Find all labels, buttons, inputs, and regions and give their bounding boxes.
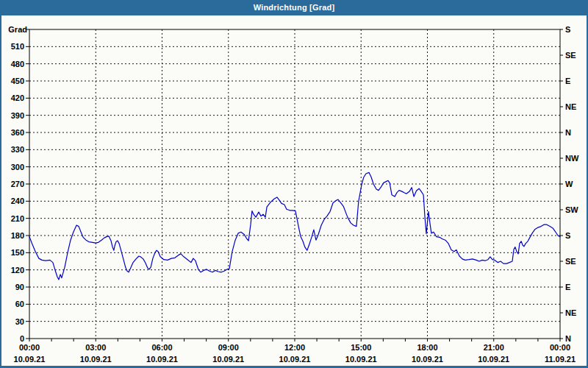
y-right-compass-label: N bbox=[565, 128, 571, 137]
y-left-tick-label: 330 bbox=[11, 145, 24, 154]
app-window: Windrichtung [Grad] 03060901201501802102… bbox=[0, 0, 588, 368]
chart-area: 0306090120150180210240270300330360390420… bbox=[1, 15, 587, 366]
y-left-tick-label: 120 bbox=[11, 266, 24, 275]
x-time-label: 15:00 bbox=[351, 343, 371, 352]
y-left-tick-label: 270 bbox=[11, 180, 24, 188]
y-right-compass-label: E bbox=[565, 283, 570, 291]
window-title: Windrichtung [Grad] bbox=[254, 3, 335, 12]
y-right-compass-label: NW bbox=[565, 154, 579, 163]
x-time-label: 09:00 bbox=[218, 343, 239, 352]
window-titlebar: Windrichtung [Grad] bbox=[0, 0, 588, 15]
y-left-tick-label: 450 bbox=[11, 77, 24, 85]
y-right-compass-label: N bbox=[565, 334, 571, 343]
x-time-label: 03:00 bbox=[85, 343, 106, 352]
x-date-label: 11.09.21 bbox=[545, 355, 576, 364]
y-right-compass-label: W bbox=[565, 180, 573, 188]
y-left-tick-label: 420 bbox=[11, 93, 24, 102]
x-date-label: 10.09.21 bbox=[80, 355, 112, 364]
x-time-label: 21:00 bbox=[484, 343, 504, 352]
x-time-label: 06:00 bbox=[151, 343, 172, 352]
x-date-label: 10.09.21 bbox=[212, 355, 244, 364]
x-date-label: 10.09.21 bbox=[14, 355, 46, 364]
x-time-label: 00:00 bbox=[19, 343, 40, 352]
x-date-label: 10.09.21 bbox=[345, 355, 377, 364]
y-left-tick-label: 0 bbox=[20, 334, 24, 343]
x-date-label: 10.09.21 bbox=[146, 355, 178, 364]
x-time-label: 18:00 bbox=[417, 343, 437, 352]
y-left-tick-label: 210 bbox=[11, 214, 24, 223]
x-date-label: 10.09.21 bbox=[478, 355, 509, 364]
x-date-label: 10.09.21 bbox=[412, 355, 443, 364]
x-date-label: 10.09.21 bbox=[279, 355, 311, 364]
y-left-tick-label: 180 bbox=[11, 231, 24, 240]
y-right-compass-label: NE bbox=[565, 308, 576, 317]
x-time-label: 12:00 bbox=[284, 343, 305, 352]
y-left-tick-label: 300 bbox=[11, 163, 24, 171]
x-time-label: 00:00 bbox=[550, 343, 570, 352]
y-left-tick-label: 90 bbox=[15, 283, 24, 291]
y-right-compass-label: SW bbox=[565, 205, 578, 214]
y-left-tick-label: 150 bbox=[11, 248, 24, 257]
y-right-compass-label: NE bbox=[565, 102, 576, 111]
wind-direction-chart: 0306090120150180210240270300330360390420… bbox=[1, 15, 587, 366]
y-left-tick-label: 60 bbox=[15, 300, 24, 308]
y-axis-unit-label: Grad bbox=[8, 25, 27, 34]
y-right-compass-label: S bbox=[565, 25, 570, 34]
y-right-compass-label: SE bbox=[565, 257, 576, 266]
y-left-tick-label: 240 bbox=[11, 197, 24, 205]
y-right-compass-label: S bbox=[565, 231, 570, 240]
y-left-tick-label: 510 bbox=[11, 42, 24, 51]
y-left-tick-label: 390 bbox=[11, 111, 24, 120]
y-left-tick-label: 360 bbox=[11, 128, 24, 137]
y-right-compass-label: E bbox=[565, 77, 570, 85]
y-right-compass-label: SE bbox=[565, 51, 576, 60]
y-left-tick-label: 480 bbox=[11, 60, 24, 68]
y-left-tick-label: 30 bbox=[15, 317, 24, 326]
